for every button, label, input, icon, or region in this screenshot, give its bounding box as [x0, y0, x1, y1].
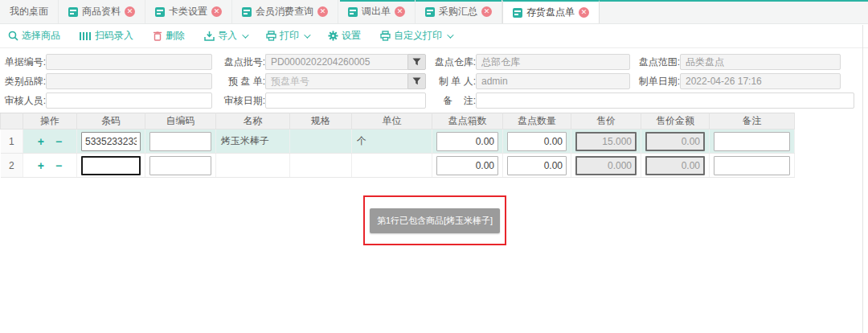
table-header-row: 操作 条码 自编码 名称 规格 单位 盘点箱数 盘点数量 售价 售价金额 备注	[1, 113, 795, 130]
count-batch-group	[265, 54, 426, 70]
tab-card-settings[interactable]: 卡类设置 ✕	[145, 0, 232, 23]
trash-icon	[153, 31, 162, 41]
tab-label: 我的桌面	[10, 5, 48, 18]
product-name: 烤玉米棒子	[218, 134, 288, 148]
close-icon[interactable]: ✕	[395, 6, 405, 17]
audit-date-field[interactable]	[265, 92, 426, 109]
settings-button[interactable]: 设置	[328, 29, 361, 43]
chevron-down-icon	[242, 31, 248, 38]
self-code-input[interactable]	[149, 156, 211, 175]
self-code-input[interactable]	[149, 132, 211, 151]
barcode-input[interactable]	[81, 156, 141, 175]
auditor-field[interactable]	[46, 92, 212, 109]
close-icon[interactable]: ✕	[317, 6, 328, 17]
chevron-down-icon	[304, 31, 310, 38]
note-input[interactable]	[714, 156, 790, 175]
close-icon[interactable]: ✕	[125, 6, 135, 17]
barcode-input[interactable]	[81, 132, 141, 151]
tab-label: 商品资料	[82, 5, 121, 18]
row-number: 1	[1, 130, 23, 154]
filter-button[interactable]	[407, 54, 426, 70]
col-rownum	[1, 113, 23, 130]
tab-bar: 我的桌面 商品资料 ✕ 卡类设置 ✕ 会员消费查询 ✕ 调出单 ✕ 采购汇总 ✕	[0, 0, 868, 24]
tab-goods-info[interactable]: 商品资料 ✕	[59, 0, 145, 23]
filter-button[interactable]	[407, 73, 426, 89]
items-table: 操作 条码 自编码 名称 规格 单位 盘点箱数 盘点数量 售价 售价金额 备注 …	[0, 113, 795, 178]
maker-field[interactable]	[476, 73, 630, 89]
annotation-highlight-rect: 第1行已包含商品[烤玉米棒子]	[363, 195, 506, 245]
tab-label: 会员消费查询	[256, 5, 313, 18]
remove-row-button[interactable]: −	[50, 159, 68, 172]
qty-input[interactable]	[507, 132, 567, 151]
custom-print-button[interactable]: 自定义打印	[380, 29, 452, 43]
count-batch-label: 盘点批号:	[212, 56, 265, 69]
row-number: 2	[1, 154, 23, 178]
col-qty: 盘点数量	[503, 113, 571, 130]
remark-field[interactable]	[476, 92, 854, 109]
barcode-icon	[80, 32, 92, 40]
document-icon	[68, 7, 78, 17]
count-scope-label: 盘点范围:	[630, 56, 680, 69]
close-icon[interactable]: ✕	[579, 7, 589, 18]
tab-inventory-count[interactable]: 存货盘点单 ✕	[502, 0, 600, 23]
import-button[interactable]: 导入	[204, 29, 247, 43]
amount-input	[645, 156, 705, 175]
col-price: 售价	[571, 113, 641, 130]
col-actions: 操作	[23, 113, 77, 130]
printer-icon	[266, 31, 276, 41]
select-goods-button[interactable]: 选择商品	[8, 29, 60, 43]
remove-row-button[interactable]: −	[50, 135, 68, 148]
printer-icon	[380, 31, 391, 41]
row-actions: +−	[23, 154, 77, 178]
doc-no-field[interactable]	[46, 54, 212, 70]
pre-count-field[interactable]	[265, 73, 407, 89]
col-note: 备注	[710, 113, 795, 130]
document-icon	[348, 7, 358, 17]
warehouse-field[interactable]	[476, 54, 630, 70]
document-icon	[425, 7, 435, 17]
scan-entry-button[interactable]: 扫码录入	[80, 29, 133, 43]
table-row: 1 +− 烤玉米棒子 个	[1, 130, 795, 154]
col-unit: 单位	[352, 113, 432, 130]
col-name: 名称	[216, 113, 290, 130]
document-icon	[155, 7, 165, 17]
make-date-field[interactable]	[680, 73, 841, 89]
box-qty-input[interactable]	[436, 156, 498, 175]
table-row: 2 +−	[1, 154, 795, 178]
toast-message: 第1行已包含商品[烤玉米棒子]	[370, 208, 500, 233]
col-spec: 规格	[290, 113, 352, 130]
funnel-icon	[412, 77, 421, 85]
col-amount: 售价金额	[641, 113, 710, 130]
add-row-button[interactable]: +	[32, 135, 50, 148]
document-icon	[513, 8, 522, 18]
tab-transfer-out[interactable]: 调出单 ✕	[338, 0, 416, 23]
delete-button[interactable]: 删除	[153, 29, 185, 43]
add-row-button[interactable]: +	[32, 159, 50, 172]
tab-purchase-summary[interactable]: 采购汇总 ✕	[416, 0, 502, 23]
auditor-label: 审核人员:	[0, 94, 46, 108]
close-icon[interactable]: ✕	[211, 6, 222, 17]
close-icon[interactable]: ✕	[481, 6, 492, 17]
amount-input	[645, 132, 705, 151]
category-brand-field[interactable]	[46, 73, 212, 89]
count-batch-field[interactable]	[265, 54, 407, 70]
print-button[interactable]: 打印	[266, 29, 309, 43]
price-input	[575, 132, 637, 151]
col-box-qty: 盘点箱数	[432, 113, 503, 130]
box-qty-input[interactable]	[436, 132, 498, 151]
make-date-label: 制单日期:	[630, 75, 680, 88]
product-unit: 个	[354, 134, 430, 148]
gear-icon	[328, 31, 338, 41]
tab-my-desktop[interactable]: 我的桌面	[0, 0, 59, 23]
price-input	[575, 156, 637, 175]
col-barcode: 条码	[77, 113, 145, 130]
document-header-form: 单据编号: 盘点批号: 盘点仓库: 盘点范围: 类别品牌: 预 盘 单:	[0, 48, 868, 110]
count-scope-field[interactable]	[680, 54, 841, 70]
note-input[interactable]	[714, 132, 790, 151]
tab-member-consumption-query[interactable]: 会员消费查询 ✕	[232, 0, 338, 23]
col-self-code: 自编码	[145, 113, 216, 130]
document-icon	[242, 7, 252, 17]
qty-input[interactable]	[507, 156, 567, 175]
category-brand-label: 类别品牌:	[0, 75, 46, 88]
tab-label: 采购汇总	[439, 5, 477, 18]
